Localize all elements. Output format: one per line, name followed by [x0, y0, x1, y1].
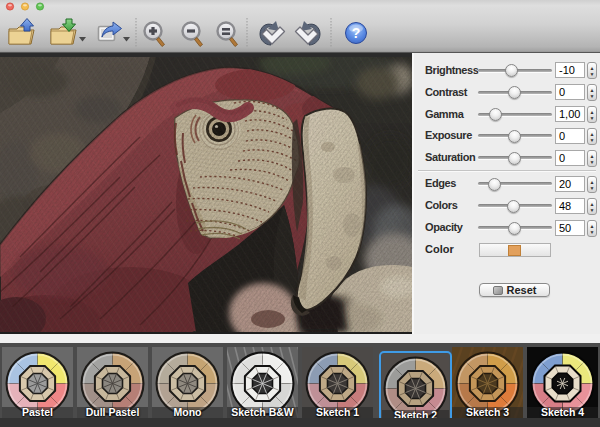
svg-text:?: ?	[352, 25, 361, 41]
